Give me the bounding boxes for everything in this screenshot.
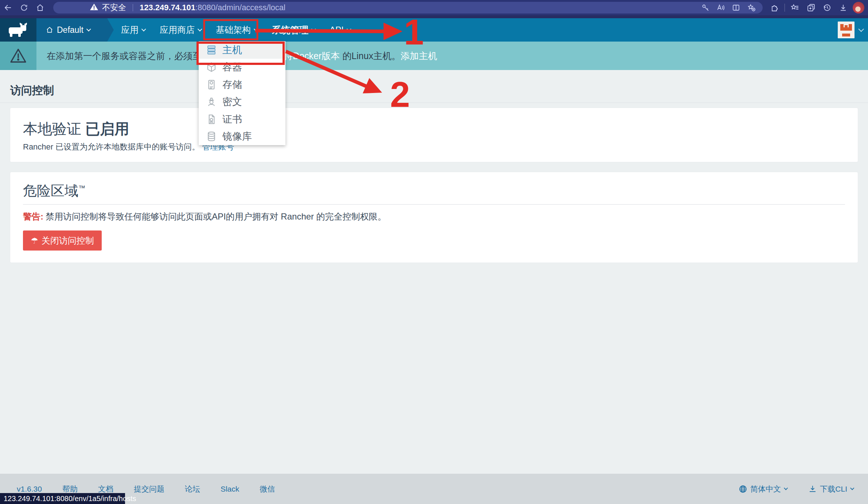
- footer-link-help[interactable]: 帮助: [62, 484, 78, 494]
- download-icon: [808, 485, 817, 493]
- add-favorite-icon[interactable]: [744, 1, 759, 14]
- nav-item-apps[interactable]: 应用: [114, 18, 152, 42]
- downloads-icon[interactable]: [835, 1, 851, 14]
- danger-zone-card: 危险区域™ 警告:禁用访问控制将导致任何能够访问此页面或API的用户拥有对 Ra…: [10, 172, 858, 263]
- add-host-banner: 在添加第一个服务或容器之前，必须至少添加一台安装有支持Docker版本 的Lin…: [0, 42, 868, 70]
- address-bar[interactable]: 不安全 123.249.74.101:8080/admin/access/loc…: [53, 2, 763, 13]
- infrastructure-dropdown-menu: 主机 容器 存储 密文 证书 镜像库: [199, 41, 285, 145]
- add-host-link[interactable]: 添加主机: [401, 51, 437, 61]
- containers-icon: [206, 62, 217, 73]
- environment-label: Default: [57, 25, 83, 35]
- password-key-icon[interactable]: [698, 1, 713, 14]
- user-menu[interactable]: [838, 18, 868, 42]
- menu-item-hosts[interactable]: 主机: [199, 41, 285, 59]
- window-edge: [0, 15, 868, 18]
- chevron-down-icon: [86, 27, 91, 31]
- nav-item-infrastructure[interactable]: 基础架构: [209, 18, 265, 42]
- browser-toolbar: 不安全 123.249.74.101:8080/admin/access/loc…: [0, 0, 868, 15]
- chevron-down-icon: [784, 486, 788, 490]
- title-divider: [0, 102, 868, 103]
- chevron-down-icon: [254, 27, 258, 31]
- menu-item-containers[interactable]: 容器: [199, 59, 285, 76]
- chevron-down-icon: [141, 27, 146, 31]
- toolbar-divider: [785, 4, 785, 12]
- secrets-icon: [206, 96, 217, 107]
- nav-item-admin[interactable]: 系统管理: [265, 18, 322, 42]
- hosts-icon: [206, 44, 217, 55]
- browser-status-tooltip: 123.249.74.101:8080/env/1a5/infra/hosts: [0, 493, 125, 504]
- url-host: 123.249.74.101: [140, 3, 195, 12]
- menu-item-registries[interactable]: 镜像库: [199, 128, 285, 146]
- back-icon[interactable]: [0, 1, 16, 14]
- chevron-down-icon: [850, 486, 854, 490]
- download-cli-selector[interactable]: 下载CLI: [808, 484, 853, 494]
- danger-zone-title: 危险区域™: [23, 182, 85, 200]
- menu-item-storage[interactable]: 存储: [199, 76, 285, 93]
- chevron-down-icon: [198, 27, 202, 31]
- warning-label: 警告:: [23, 212, 43, 221]
- split-screen-icon[interactable]: [728, 1, 744, 14]
- app-navbar: Default 应用 应用商店 基础架构 系统管理 API: [0, 18, 868, 42]
- chevron-down-icon: [858, 26, 864, 32]
- not-secure-warning-icon: [90, 3, 98, 13]
- footer-link-file-issue[interactable]: 提交问题: [134, 484, 164, 494]
- trademark: ™: [78, 184, 85, 192]
- certificates-icon: [206, 114, 217, 125]
- home-icon[interactable]: [32, 1, 48, 14]
- nav-item-catalog[interactable]: 应用商店: [152, 18, 209, 42]
- umbrella-icon: ☂: [31, 236, 38, 245]
- user-identicon-avatar: [838, 22, 855, 38]
- chevron-down-icon: [347, 27, 351, 31]
- refresh-icon[interactable]: [16, 1, 32, 14]
- menu-item-certificates[interactable]: 证书: [199, 111, 285, 128]
- local-auth-title: 本地验证 已启用: [23, 119, 129, 139]
- security-label[interactable]: 不安全: [102, 2, 126, 13]
- globe-icon: [739, 485, 747, 493]
- nav-item-api[interactable]: API: [322, 18, 358, 42]
- registries-icon: [206, 131, 217, 142]
- home-icon: [46, 26, 53, 34]
- local-auth-card: 本地验证 已启用 Rancher 已设置为允许本地数据库中的账号访问。管理账号: [10, 108, 858, 162]
- footer-link-forums[interactable]: 论坛: [185, 484, 200, 494]
- card-divider: [23, 204, 845, 205]
- read-aloud-icon[interactable]: [713, 1, 728, 14]
- footer-link-slack[interactable]: Slack: [221, 485, 239, 493]
- history-icon[interactable]: [819, 1, 835, 14]
- footer-link-wechat[interactable]: 微信: [260, 484, 275, 494]
- warning-triangle-icon: [0, 42, 36, 70]
- add-tab-group-icon[interactable]: [803, 1, 819, 14]
- language-selector[interactable]: 简体中文: [739, 484, 787, 494]
- browser-profile-avatar[interactable]: [853, 2, 864, 13]
- extensions-puzzle-icon[interactable]: [766, 1, 782, 14]
- page-title: 访问控制: [10, 83, 54, 98]
- status-badge: 已启用: [85, 121, 129, 137]
- danger-warning-text: 警告:禁用访问控制将导致任何能够访问此页面或API的用户拥有对 Rancher …: [23, 211, 386, 222]
- url-path: :8080/admin/access/local: [195, 3, 285, 12]
- chevron-down-icon: [311, 27, 316, 31]
- version-link[interactable]: v1.6.30: [17, 485, 42, 493]
- rancher-cow-icon: [7, 22, 30, 38]
- menu-item-secrets[interactable]: 密文: [199, 93, 285, 111]
- rancher-logo[interactable]: [0, 18, 36, 42]
- storage-icon: [206, 79, 217, 90]
- environment-selector[interactable]: Default: [36, 18, 114, 42]
- address-divider: [133, 4, 133, 11]
- disable-access-control-button[interactable]: ☂ 关闭访问控制: [23, 230, 102, 251]
- footer-link-docs[interactable]: 文档: [98, 484, 113, 494]
- collections-star-icon[interactable]: [787, 1, 803, 14]
